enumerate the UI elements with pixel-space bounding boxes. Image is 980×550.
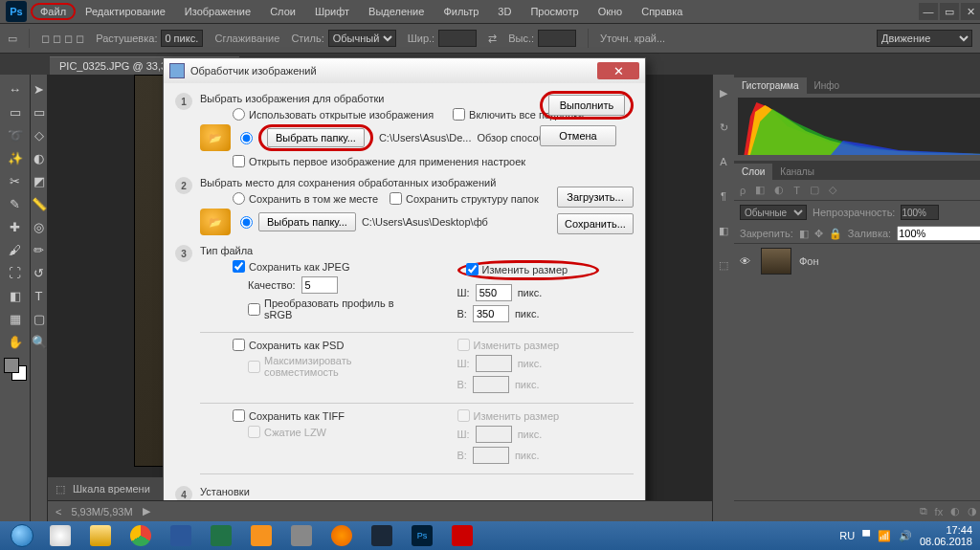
task-firefox[interactable] [323, 523, 361, 548]
feather-input[interactable] [161, 30, 203, 47]
lock-pixels-icon[interactable]: ◧ [799, 228, 809, 240]
menu-filter[interactable]: Фильтр [434, 2, 488, 21]
task-steam[interactable] [363, 523, 401, 548]
task-word[interactable] [162, 523, 200, 548]
rect-tool-icon[interactable]: ▭ [28, 101, 51, 122]
crop-tool-icon[interactable]: ✂ [4, 170, 27, 191]
type-tool-icon[interactable]: T [28, 285, 51, 306]
cancel-button[interactable]: Отмена [540, 125, 616, 146]
menu-3d[interactable]: 3D [488, 2, 521, 21]
refine-edge-button[interactable]: Уточн. край... [600, 33, 665, 44]
hand-tool-icon[interactable]: ✋ [4, 331, 27, 352]
task-app2[interactable] [282, 523, 321, 548]
close-icon[interactable]: ✕ [961, 3, 980, 20]
task-chrome[interactable] [122, 523, 160, 548]
timeline-panel[interactable]: ⬚Шкала времени [48, 477, 163, 500]
marquee-tool-icon[interactable]: ▭ [4, 101, 27, 122]
menu-select[interactable]: Выделение [359, 2, 434, 21]
workspace-select[interactable]: Движение [877, 30, 972, 47]
height-input[interactable] [538, 30, 576, 47]
lock-position-icon[interactable]: ✥ [814, 228, 823, 240]
mask-icon[interactable]: ◐ [950, 505, 960, 517]
task-explorer[interactable] [81, 523, 120, 548]
strip-char-icon[interactable]: A [713, 151, 734, 172]
eyedropper-tool-icon[interactable]: ✎ [4, 193, 27, 214]
history-tool-icon[interactable]: ↺ [28, 262, 51, 283]
menu-help[interactable]: Справка [632, 2, 692, 21]
info-tab[interactable]: Инфо [807, 77, 848, 94]
opacity-input[interactable] [901, 205, 939, 220]
same-location-radio[interactable]: Сохранить в том же месте [233, 192, 378, 205]
select-source-radio[interactable] [240, 132, 253, 144]
menu-file[interactable]: Файл [31, 3, 76, 20]
width-input[interactable] [438, 30, 477, 47]
color-swatches[interactable] [4, 358, 27, 381]
tray-lang[interactable]: RU [839, 530, 855, 541]
channels-tab[interactable]: Каналы [772, 164, 822, 180]
eraser-tool-icon[interactable]: ◧ [4, 285, 27, 306]
strip-para-icon[interactable]: ¶ [713, 186, 734, 207]
tray-flag-icon[interactable]: ▀ [862, 530, 870, 541]
menu-image[interactable]: Изображение [175, 2, 260, 21]
resize-jpeg-checkbox[interactable]: Изменить размер [466, 263, 568, 275]
poly-tool-icon[interactable]: ◇ [28, 124, 51, 145]
run-button[interactable]: Выполнить [548, 95, 625, 116]
open-first-checkbox[interactable]: Открыть первое изображение для применени… [233, 155, 525, 167]
gradient-tool-icon[interactable]: ▦ [4, 308, 27, 329]
wand-tool-icon[interactable]: ✨ [4, 147, 27, 168]
zoom-tool-icon[interactable]: 🔍 [28, 331, 51, 352]
maximize-icon[interactable]: ▭ [940, 3, 959, 20]
pencil-tool-icon[interactable]: ✏ [28, 239, 51, 260]
quick-tool-icon[interactable]: ◐ [28, 147, 51, 168]
select-dest-folder-button[interactable]: Выбрать папку... [258, 212, 356, 231]
w-input[interactable] [476, 284, 512, 301]
patch-tool-icon[interactable]: ◎ [28, 216, 51, 237]
save-jpeg-checkbox[interactable]: Сохранить как JPEG [233, 260, 350, 273]
menu-type[interactable]: Шрифт [305, 2, 359, 21]
tray-clock[interactable]: 17:44 08.06.2018 [920, 524, 972, 547]
h-input[interactable] [473, 305, 509, 322]
save-tiff-checkbox[interactable]: Сохранить как TIFF [233, 409, 345, 422]
keep-folders-checkbox[interactable]: Сохранить структуру папок [390, 192, 539, 205]
brush-tool-icon[interactable]: 🖌 [4, 239, 27, 260]
move-tool-icon[interactable]: ↔ [4, 78, 27, 99]
menu-window[interactable]: Окно [589, 2, 633, 21]
save-psd-checkbox[interactable]: Сохранить как PSD [233, 339, 344, 351]
menu-view[interactable]: Просмотр [521, 2, 588, 21]
quality-input[interactable] [301, 276, 338, 294]
convert-srgb-checkbox[interactable]: Преобразовать профиль в sRGB [248, 297, 410, 320]
strip-play-icon[interactable]: ▶ [713, 82, 734, 103]
link-icon[interactable]: ⧉ [920, 505, 927, 517]
lock-all-icon[interactable]: 🔒 [829, 228, 842, 240]
ruler-tool-icon[interactable]: 📏 [28, 193, 51, 214]
tray-network-icon[interactable]: 📶 [878, 530, 891, 542]
strip-history-icon[interactable]: ↻ [713, 117, 734, 138]
visibility-icon[interactable]: 👁 [740, 255, 753, 267]
style-select[interactable]: Обычный [328, 30, 396, 47]
task-yandex[interactable] [41, 523, 79, 548]
fill-input[interactable] [897, 226, 980, 241]
strip-lib-icon[interactable]: ⬚ [713, 254, 734, 275]
shape-tool-icon[interactable]: ▢ [28, 308, 51, 329]
select-source-folder-button[interactable]: Выбрать папку... [267, 128, 365, 147]
load-button[interactable]: Загрузить... [557, 187, 634, 208]
menu-layers[interactable]: Слои [260, 2, 305, 21]
adjustment-icon[interactable]: ◑ [968, 505, 977, 517]
minimize-icon[interactable]: — [919, 3, 938, 20]
blend-mode-select[interactable]: Обычные [740, 205, 807, 220]
select-dest-radio[interactable] [240, 216, 253, 229]
task-excel[interactable] [202, 523, 240, 548]
tool-preset-icon[interactable]: ▭ [8, 33, 17, 45]
strip-swatch-icon[interactable]: ◧ [713, 220, 734, 241]
slice-tool-icon[interactable]: ◩ [28, 170, 51, 191]
tray-volume-icon[interactable]: 🔊 [899, 530, 912, 542]
fx-icon[interactable]: fx [935, 506, 944, 517]
layers-tab[interactable]: Слои [734, 164, 772, 180]
save-button[interactable]: Сохранить... [557, 213, 634, 234]
dialog-close-button[interactable]: ✕ [597, 62, 639, 79]
task-app3[interactable] [443, 523, 481, 548]
menu-edit[interactable]: Редактирование [76, 2, 175, 21]
selection-mode-icons[interactable]: ◻ ◻ ◻ ◻ [41, 33, 84, 45]
stamp-tool-icon[interactable]: ⛶ [4, 262, 27, 283]
layer-row[interactable]: 👁 Фон 🔒 [734, 244, 980, 278]
